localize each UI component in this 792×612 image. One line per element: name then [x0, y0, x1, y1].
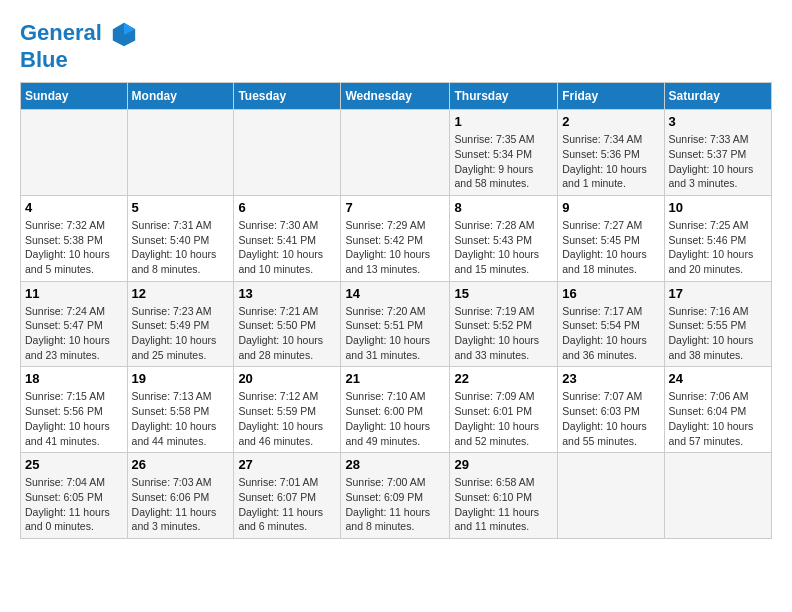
calendar-cell: 11Sunrise: 7:24 AM Sunset: 5:47 PM Dayli… — [21, 281, 128, 367]
calendar-cell: 7Sunrise: 7:29 AM Sunset: 5:42 PM Daylig… — [341, 195, 450, 281]
calendar-cell: 4Sunrise: 7:32 AM Sunset: 5:38 PM Daylig… — [21, 195, 128, 281]
calendar-cell: 25Sunrise: 7:04 AM Sunset: 6:05 PM Dayli… — [21, 453, 128, 539]
calendar-cell: 2Sunrise: 7:34 AM Sunset: 5:36 PM Daylig… — [558, 110, 664, 196]
calendar-cell: 17Sunrise: 7:16 AM Sunset: 5:55 PM Dayli… — [664, 281, 771, 367]
day-number: 10 — [669, 200, 767, 215]
day-info: Sunrise: 7:15 AM Sunset: 5:56 PM Dayligh… — [25, 389, 123, 448]
day-number: 12 — [132, 286, 230, 301]
calendar-cell: 20Sunrise: 7:12 AM Sunset: 5:59 PM Dayli… — [234, 367, 341, 453]
day-number: 11 — [25, 286, 123, 301]
calendar-cell: 21Sunrise: 7:10 AM Sunset: 6:00 PM Dayli… — [341, 367, 450, 453]
day-info: Sunrise: 6:58 AM Sunset: 6:10 PM Dayligh… — [454, 475, 553, 534]
day-info: Sunrise: 7:34 AM Sunset: 5:36 PM Dayligh… — [562, 132, 659, 191]
day-number: 29 — [454, 457, 553, 472]
week-row-5: 25Sunrise: 7:04 AM Sunset: 6:05 PM Dayli… — [21, 453, 772, 539]
calendar-table: SundayMondayTuesdayWednesdayThursdayFrid… — [20, 82, 772, 539]
week-row-2: 4Sunrise: 7:32 AM Sunset: 5:38 PM Daylig… — [21, 195, 772, 281]
calendar-cell — [127, 110, 234, 196]
calendar-cell: 5Sunrise: 7:31 AM Sunset: 5:40 PM Daylig… — [127, 195, 234, 281]
weekday-header-thursday: Thursday — [450, 83, 558, 110]
day-info: Sunrise: 7:19 AM Sunset: 5:52 PM Dayligh… — [454, 304, 553, 363]
day-number: 19 — [132, 371, 230, 386]
calendar-cell: 6Sunrise: 7:30 AM Sunset: 5:41 PM Daylig… — [234, 195, 341, 281]
calendar-cell: 14Sunrise: 7:20 AM Sunset: 5:51 PM Dayli… — [341, 281, 450, 367]
weekday-header-friday: Friday — [558, 83, 664, 110]
day-info: Sunrise: 7:03 AM Sunset: 6:06 PM Dayligh… — [132, 475, 230, 534]
calendar-cell: 24Sunrise: 7:06 AM Sunset: 6:04 PM Dayli… — [664, 367, 771, 453]
day-number: 9 — [562, 200, 659, 215]
calendar-cell: 12Sunrise: 7:23 AM Sunset: 5:49 PM Dayli… — [127, 281, 234, 367]
calendar-cell: 23Sunrise: 7:07 AM Sunset: 6:03 PM Dayli… — [558, 367, 664, 453]
day-info: Sunrise: 7:10 AM Sunset: 6:00 PM Dayligh… — [345, 389, 445, 448]
day-info: Sunrise: 7:12 AM Sunset: 5:59 PM Dayligh… — [238, 389, 336, 448]
day-info: Sunrise: 7:04 AM Sunset: 6:05 PM Dayligh… — [25, 475, 123, 534]
day-number: 1 — [454, 114, 553, 129]
day-number: 24 — [669, 371, 767, 386]
day-number: 18 — [25, 371, 123, 386]
weekday-header-tuesday: Tuesday — [234, 83, 341, 110]
calendar-cell — [21, 110, 128, 196]
day-info: Sunrise: 7:33 AM Sunset: 5:37 PM Dayligh… — [669, 132, 767, 191]
calendar-cell — [234, 110, 341, 196]
day-number: 23 — [562, 371, 659, 386]
day-info: Sunrise: 7:13 AM Sunset: 5:58 PM Dayligh… — [132, 389, 230, 448]
day-number: 5 — [132, 200, 230, 215]
day-info: Sunrise: 7:32 AM Sunset: 5:38 PM Dayligh… — [25, 218, 123, 277]
calendar-cell — [664, 453, 771, 539]
day-info: Sunrise: 7:25 AM Sunset: 5:46 PM Dayligh… — [669, 218, 767, 277]
calendar-cell: 27Sunrise: 7:01 AM Sunset: 6:07 PM Dayli… — [234, 453, 341, 539]
day-number: 3 — [669, 114, 767, 129]
day-number: 21 — [345, 371, 445, 386]
calendar-cell: 9Sunrise: 7:27 AM Sunset: 5:45 PM Daylig… — [558, 195, 664, 281]
day-info: Sunrise: 7:01 AM Sunset: 6:07 PM Dayligh… — [238, 475, 336, 534]
calendar-cell: 29Sunrise: 6:58 AM Sunset: 6:10 PM Dayli… — [450, 453, 558, 539]
week-row-1: 1Sunrise: 7:35 AM Sunset: 5:34 PM Daylig… — [21, 110, 772, 196]
day-info: Sunrise: 7:27 AM Sunset: 5:45 PM Dayligh… — [562, 218, 659, 277]
day-info: Sunrise: 7:06 AM Sunset: 6:04 PM Dayligh… — [669, 389, 767, 448]
day-number: 28 — [345, 457, 445, 472]
calendar-cell: 10Sunrise: 7:25 AM Sunset: 5:46 PM Dayli… — [664, 195, 771, 281]
week-row-4: 18Sunrise: 7:15 AM Sunset: 5:56 PM Dayli… — [21, 367, 772, 453]
calendar-cell: 8Sunrise: 7:28 AM Sunset: 5:43 PM Daylig… — [450, 195, 558, 281]
logo-subtext: Blue — [20, 48, 138, 72]
day-number: 27 — [238, 457, 336, 472]
calendar-cell — [558, 453, 664, 539]
day-info: Sunrise: 7:21 AM Sunset: 5:50 PM Dayligh… — [238, 304, 336, 363]
day-number: 20 — [238, 371, 336, 386]
day-number: 4 — [25, 200, 123, 215]
weekday-header-row: SundayMondayTuesdayWednesdayThursdayFrid… — [21, 83, 772, 110]
logo-text: General — [20, 20, 138, 48]
day-info: Sunrise: 7:31 AM Sunset: 5:40 PM Dayligh… — [132, 218, 230, 277]
day-info: Sunrise: 7:24 AM Sunset: 5:47 PM Dayligh… — [25, 304, 123, 363]
day-info: Sunrise: 7:16 AM Sunset: 5:55 PM Dayligh… — [669, 304, 767, 363]
day-info: Sunrise: 7:20 AM Sunset: 5:51 PM Dayligh… — [345, 304, 445, 363]
day-number: 13 — [238, 286, 336, 301]
weekday-header-sunday: Sunday — [21, 83, 128, 110]
day-number: 8 — [454, 200, 553, 215]
day-number: 25 — [25, 457, 123, 472]
day-info: Sunrise: 7:17 AM Sunset: 5:54 PM Dayligh… — [562, 304, 659, 363]
day-info: Sunrise: 7:09 AM Sunset: 6:01 PM Dayligh… — [454, 389, 553, 448]
calendar-cell: 15Sunrise: 7:19 AM Sunset: 5:52 PM Dayli… — [450, 281, 558, 367]
calendar-cell: 19Sunrise: 7:13 AM Sunset: 5:58 PM Dayli… — [127, 367, 234, 453]
calendar-cell: 16Sunrise: 7:17 AM Sunset: 5:54 PM Dayli… — [558, 281, 664, 367]
day-number: 17 — [669, 286, 767, 301]
calendar-cell: 18Sunrise: 7:15 AM Sunset: 5:56 PM Dayli… — [21, 367, 128, 453]
day-info: Sunrise: 7:23 AM Sunset: 5:49 PM Dayligh… — [132, 304, 230, 363]
weekday-header-monday: Monday — [127, 83, 234, 110]
day-number: 14 — [345, 286, 445, 301]
calendar-cell: 13Sunrise: 7:21 AM Sunset: 5:50 PM Dayli… — [234, 281, 341, 367]
calendar-cell: 22Sunrise: 7:09 AM Sunset: 6:01 PM Dayli… — [450, 367, 558, 453]
day-number: 15 — [454, 286, 553, 301]
day-number: 22 — [454, 371, 553, 386]
calendar-cell: 1Sunrise: 7:35 AM Sunset: 5:34 PM Daylig… — [450, 110, 558, 196]
day-info: Sunrise: 7:07 AM Sunset: 6:03 PM Dayligh… — [562, 389, 659, 448]
week-row-3: 11Sunrise: 7:24 AM Sunset: 5:47 PM Dayli… — [21, 281, 772, 367]
calendar-cell: 26Sunrise: 7:03 AM Sunset: 6:06 PM Dayli… — [127, 453, 234, 539]
calendar-cell — [341, 110, 450, 196]
day-number: 26 — [132, 457, 230, 472]
day-number: 6 — [238, 200, 336, 215]
day-info: Sunrise: 7:30 AM Sunset: 5:41 PM Dayligh… — [238, 218, 336, 277]
day-number: 7 — [345, 200, 445, 215]
calendar-cell: 3Sunrise: 7:33 AM Sunset: 5:37 PM Daylig… — [664, 110, 771, 196]
